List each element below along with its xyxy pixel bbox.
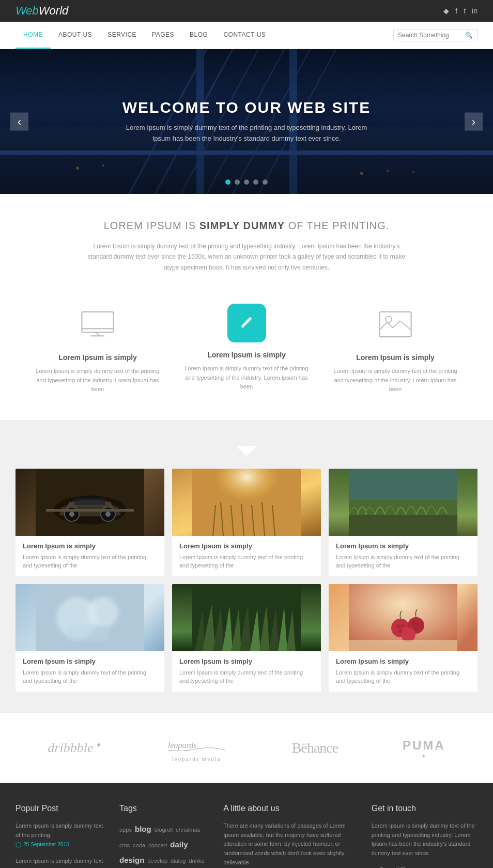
rss-icon[interactable]: ◆ — [443, 7, 449, 15]
portfolio-3-body: Lorem Ipsum is simply dummy text of the … — [336, 553, 470, 570]
features-section: Lorem Ipsum is simply Lorem Ipsum is sim… — [0, 288, 493, 420]
hero-dot-4[interactable] — [253, 179, 258, 185]
facebook-icon[interactable]: f — [455, 7, 457, 15]
post-2-text: Lorem Ipsum is simply dummy text of the … — [16, 857, 104, 868]
dribbble-label: dribbble — [48, 740, 93, 755]
hero-next-button[interactable]: › — [465, 113, 483, 131]
portfolio-1-body: Lorem Ipsum is simply dummy text of the … — [23, 553, 157, 570]
behance-label: Bëhance — [292, 740, 338, 756]
svg-point-56 — [398, 628, 403, 633]
tag-design[interactable]: design — [119, 856, 144, 864]
about-text-1: There are many variations of passages of… — [223, 821, 356, 867]
svg-rect-31 — [74, 498, 105, 505]
portfolio-arrow — [16, 446, 477, 458]
hero-dot-3[interactable] — [244, 179, 249, 185]
contact-address-item: ● Texas, US — [372, 865, 477, 868]
portfolio-item-1[interactable]: Lorem Ipsum is simply Lorem Ipsum is sim… — [16, 469, 164, 576]
tag-coda[interactable]: coda — [133, 842, 145, 848]
tag-daily[interactable]: daily — [170, 840, 188, 849]
tag-dialog[interactable]: dialog — [171, 858, 186, 864]
hero-dot-5[interactable] — [263, 179, 268, 185]
portfolio-item-3[interactable]: Lorem Ipsum is simply Lorem Ipsum is sim… — [329, 469, 477, 576]
tag-cms[interactable]: cms — [119, 842, 130, 848]
main-nav: HOME ABOUT US SERVICE PAGES BLOG CONTACT… — [0, 22, 493, 49]
portfolio-4-title: Lorem Ipsum is simply — [23, 657, 157, 665]
nav-service[interactable]: SERVICE — [100, 22, 144, 49]
nav-contact[interactable]: CONTACT US — [215, 22, 273, 49]
dribbble-icon: ● — [97, 741, 101, 749]
portfolio-section: Lorem Ipsum is simply Lorem Ipsum is sim… — [0, 420, 493, 712]
hero-dot-1[interactable] — [225, 179, 230, 185]
feature-3-title: Lorem Ipsum is simply — [329, 353, 462, 362]
nav-blog[interactable]: BLOG — [182, 22, 215, 49]
portfolio-6-body: Lorem Ipsum is simply dummy text of the … — [336, 668, 470, 685]
feature-2-body: Lorem Ipsum is simply dummy text of the … — [180, 364, 313, 392]
nav-home[interactable]: HOME — [16, 22, 51, 49]
portfolio-img-5 — [172, 584, 321, 651]
logo-web: Web — [16, 4, 39, 17]
portfolio-grid: Lorem Ipsum is simply Lorem Ipsum is sim… — [16, 469, 477, 692]
site-footer: Populr Post Lorem Ipsum is simply dummy … — [0, 783, 493, 868]
feature-1-body: Lorem Ipsum is simply dummy text of the … — [31, 367, 164, 394]
hero-subtitle: Lorem Ipsum is simply dummy text of the … — [117, 123, 376, 144]
svg-point-13 — [360, 172, 363, 175]
svg-text:leopards: leopards — [168, 741, 196, 750]
tag-blogroll[interactable]: blogroll — [155, 827, 173, 833]
twitter-icon[interactable]: t — [464, 7, 466, 15]
brands-section: dribbble ● leopards leopards media Bëhan… — [0, 712, 493, 783]
svg-rect-23 — [379, 312, 411, 337]
footer-contact-col: Get in touch Lorem Ipsum is simply dummy… — [372, 804, 477, 868]
brand-dribbble: dribbble ● — [48, 740, 101, 756]
search-form: 🔍 — [393, 29, 477, 41]
svg-point-24 — [386, 317, 392, 323]
brand-behance: Bëhance — [292, 740, 338, 756]
portfolio-img-1 — [16, 469, 164, 536]
svg-point-53 — [401, 627, 415, 642]
linkedin-icon[interactable]: in — [472, 7, 477, 15]
intro-heading: LOREM IPSUM IS SIMPLY DUMMY OF THE PRINT… — [16, 220, 477, 232]
svg-point-47 — [87, 597, 118, 628]
search-input[interactable] — [398, 32, 465, 39]
intro-section: LOREM IPSUM IS SIMPLY DUMMY OF THE PRINT… — [0, 194, 493, 288]
svg-point-14 — [387, 170, 389, 172]
portfolio-5-body: Lorem Ipsum is simply dummy text of the … — [179, 668, 314, 685]
tag-concert[interactable]: concert — [148, 842, 167, 848]
location-icon: ● — [372, 865, 376, 868]
nav-about[interactable]: ABOUT US — [51, 22, 100, 49]
intro-heading-normal: LOREM IPSUM IS — [104, 220, 199, 231]
portfolio-img-4 — [16, 584, 164, 651]
svg-rect-43 — [349, 469, 457, 500]
nav-pages[interactable]: PAGES — [144, 22, 182, 49]
intro-heading-bold: SIMPLY DUMMY — [199, 220, 285, 231]
svg-rect-44 — [349, 515, 457, 536]
footer-popular-post: Populr Post Lorem Ipsum is simply dummy … — [16, 804, 104, 868]
svg-point-11 — [76, 167, 79, 170]
tag-develop[interactable]: develop — [147, 858, 167, 864]
portfolio-item-6[interactable]: Lorem Ipsum is simply Lorem Ipsum is sim… — [329, 584, 477, 692]
tag-blog[interactable]: blog — [135, 825, 151, 833]
svg-point-15 — [412, 171, 414, 173]
nav-links: HOME ABOUT US SERVICE PAGES BLOG CONTACT… — [16, 22, 273, 49]
tag-drinks[interactable]: drinks — [189, 858, 204, 864]
logo[interactable]: WebWorld — [16, 4, 68, 18]
portfolio-img-6 — [329, 584, 477, 651]
footer-tags-col: Tags apps blog blogroll christmas cms co… — [119, 804, 208, 868]
svg-point-12 — [102, 164, 104, 167]
tag-apps[interactable]: apps — [119, 827, 132, 833]
tags-title: Tags — [119, 804, 208, 813]
hero-dot-2[interactable] — [235, 179, 240, 185]
hero-prev-button[interactable]: ‹ — [10, 113, 28, 131]
footer-post-1: Lorem Ipsum is simply dummy text of the … — [16, 821, 104, 847]
image-icon — [375, 304, 416, 345]
portfolio-item-4[interactable]: Lorem Ipsum is simply Lorem Ipsum is sim… — [16, 584, 164, 692]
portfolio-img-3 — [329, 469, 477, 536]
portfolio-item-2[interactable]: Lorem Ipsum is simply Lorem Ipsum is sim… — [172, 469, 321, 576]
portfolio-5-title: Lorem Ipsum is simply — [179, 657, 314, 665]
post-1-text: Lorem Ipsum is simply dummy text of the … — [16, 821, 104, 840]
portfolio-2-title: Lorem Ipsum is simply — [179, 542, 314, 550]
search-icon[interactable]: 🔍 — [465, 32, 473, 39]
footer-about-col: A little about us There are many variati… — [223, 804, 356, 868]
hero-dots — [225, 179, 268, 185]
portfolio-item-5[interactable]: Lorem Ipsum is simply Lorem Ipsum is sim… — [172, 584, 321, 692]
tag-christmas[interactable]: christmas — [176, 827, 200, 833]
